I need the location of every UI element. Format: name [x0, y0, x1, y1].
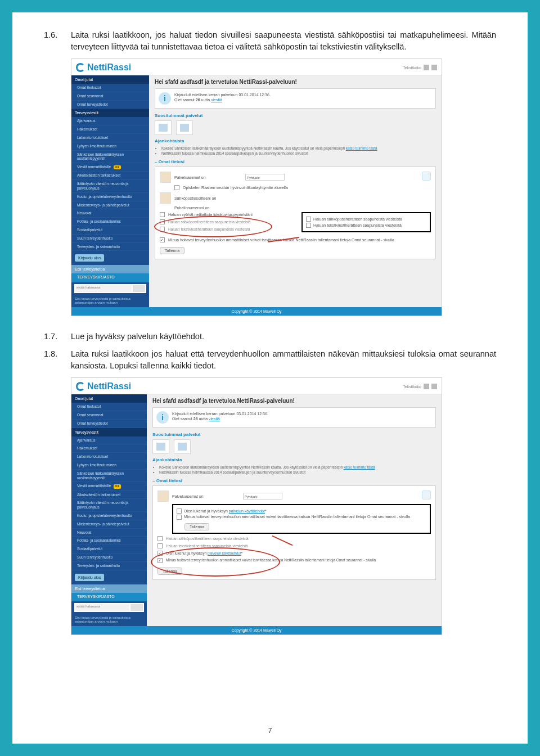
sidebar-item[interactable]: Suun terveydenhuolto [71, 554, 147, 562]
sidebar-item[interactable]: Aikuisväestön tarkastukset [71, 172, 149, 180]
sidebar-item[interactable]: Sähköisen lääkemääräyksen uusitamispyynn… [71, 151, 149, 164]
checkbox-accept-terms[interactable] [177, 508, 182, 514]
checkbox-accept-terms-2[interactable] [158, 551, 163, 556]
checkbox-red-email[interactable] [160, 219, 165, 224]
viestia-link[interactable]: viestiä [211, 98, 222, 102]
sidebar-item[interactable]: Neuvolat [71, 209, 149, 218]
service-icon[interactable] [174, 439, 191, 454]
checkbox-sms-alert[interactable] [306, 223, 311, 228]
label-email: Sähköpostiosoitteeni on [174, 196, 242, 200]
service-icon[interactable] [176, 120, 193, 135]
textsize-large-icon[interactable] [431, 384, 437, 389]
checkbox-consent-pro[interactable] [177, 515, 182, 520]
sidebar-item[interactable]: Potilas- ja sosiaaliasiamies [71, 218, 149, 226]
app-footer: Copyright © 2014 Mawell Oy [71, 307, 442, 316]
sidebar-item[interactable]: Suun terveydenhuolto [71, 235, 149, 243]
sidebar-item[interactable]: Hakemukset [71, 444, 147, 453]
sidebar: Omat jutut Omat tiedostot Omat seurannat… [71, 394, 147, 626]
checkbox-email-alert-2[interactable] [158, 536, 163, 541]
label-sms-alert: Haluan tekstiviestiherätteen saapuneista… [313, 223, 402, 227]
textsize-small-icon[interactable] [424, 384, 429, 389]
sidebar-item[interactable]: Sosiaalipalvelut [71, 226, 149, 235]
news-link[interactable]: katso toiminto tästä [344, 465, 375, 469]
sidebar-item[interactable]: Ajanvaraus [71, 117, 149, 125]
sidebar-item[interactable]: Sosiaalipalvelut [71, 545, 147, 554]
sidebar-item[interactable]: Ajanvaraus [71, 436, 147, 445]
sidebar-item[interactable]: Sähköisen lääkemääräyksen uusitamispyynn… [71, 470, 147, 483]
sidebar-item[interactable]: Potilas- ja sosiaaliasiamies [71, 537, 147, 545]
sidebar-item[interactable]: Lyhyen ilmoittautuminen [71, 142, 149, 151]
textsize-small-icon[interactable] [424, 65, 429, 70]
tallenna-button-2[interactable]: Tallenna [158, 568, 182, 575]
sidebar-item-viestit[interactable]: Viestit ammattilaisille 63 [71, 163, 149, 172]
search-button[interactable]: Hae [133, 285, 145, 292]
label-accept-terms: Olen lukenut ja hyväksyn palvelun käyttö… [184, 509, 267, 513]
sidebar-item[interactable]: Omat seurannat [71, 411, 147, 420]
tallenna-button[interactable]: Tallenna [184, 523, 209, 530]
info-newmsg: Olet saanut 26 uutta viestiä [174, 97, 271, 102]
terms-link[interactable]: palvelun käyttöehdot [229, 509, 265, 513]
sidebar-item[interactable]: Omat tiedostot [71, 403, 147, 411]
palveluasema-select[interactable]: Pyhäjoki [245, 174, 285, 181]
sidebar-item[interactable]: Laboratoriotulokset [71, 134, 149, 142]
para-text: Lue ja hyväksy palvelun käyttöehdot. [71, 332, 204, 341]
sidebar-item[interactable]: Mielenterveys- ja päihdepalvelut [71, 520, 147, 529]
sidebar-item[interactable]: Koulu- ja opiskeluterveydenhuolto [71, 193, 149, 201]
palveluasema-select[interactable]: Pyhäjoki [243, 493, 282, 500]
paragraph-1-7: 1.7. Lue ja hyväksy palvelun käyttöehdot… [44, 331, 496, 343]
sidebar-group-terveysviestit[interactable]: Terveysviestit [71, 109, 149, 117]
sidebar-item[interactable]: Terveyden- ja sairaanhoito [71, 243, 149, 251]
sidebar-item-viestit[interactable]: Viestit ammattilaisille 63 [71, 482, 147, 490]
sidebar-item[interactable]: Ikääntyvän väestön neuvonta ja palveluoh… [71, 180, 149, 193]
logout-button[interactable]: Kirjaudu ulos [75, 254, 104, 262]
sidebar-item[interactable]: Terveyden- ja sairaanhoito [71, 562, 147, 570]
logo-text: NettiRassi [87, 62, 131, 73]
news-link[interactable]: katso toiminto tästä [346, 146, 377, 150]
sidebar-item[interactable]: Hakemukset [71, 125, 149, 134]
refresh-icon[interactable] [422, 490, 431, 500]
label-consent: Minua hoitavat terveydenhuollon ammattil… [168, 238, 431, 242]
news-list: Kokeile Sähköisen lääkemääräyksen uudist… [152, 465, 436, 475]
sidebar-item[interactable]: Omat seurannat [71, 92, 149, 101]
checkbox-email-alert[interactable] [306, 217, 311, 222]
sidebar-item[interactable]: Ikääntyvän väestön neuvonta ja palveluoh… [71, 499, 147, 512]
sidebar-item[interactable]: Lyhyen ilmoittautuminen [71, 461, 147, 470]
terms-link-2[interactable]: palvelun käyttöehdot [208, 551, 241, 555]
sidebar-item[interactable]: Omat terveystiedot [71, 101, 149, 109]
sidebar-ext-head: Etsi terveystietoa [71, 265, 149, 273]
service-icon[interactable] [155, 120, 172, 135]
search-input[interactable]: syötä hakusana [75, 285, 132, 292]
info-icon: i [156, 411, 169, 424]
sidebar-item[interactable]: Neuvolat [71, 529, 147, 537]
sidebar-item[interactable]: Mielenterveys- ja päihdepalvelut [71, 201, 149, 210]
service-icon[interactable] [152, 439, 169, 454]
checkbox-consent-2[interactable] [158, 558, 163, 563]
sidebar-item[interactable]: Koulu- ja opiskeluterveydenhuolto [71, 512, 147, 520]
checkbox-yhteys[interactable] [160, 212, 165, 217]
header-textsize: Tekstikoko [403, 384, 437, 389]
sidebar-footnote: Etsi tietoa terveydestä ja sairauksista … [71, 295, 149, 307]
screenshot-2: NettiRassi Tekstikoko Omat jutut Omat ti… [71, 377, 442, 635]
textsize-large-icon[interactable] [431, 65, 437, 70]
refresh-icon[interactable] [422, 172, 431, 181]
sidebar-group-terveysviestit[interactable]: Terveysviestit [71, 428, 147, 436]
search-input[interactable]: syötä hakusana [75, 604, 129, 611]
sidebar-item[interactable]: Omat tiedostot [71, 84, 149, 92]
logout-button[interactable]: Kirjaudu ulos [75, 574, 104, 581]
search-button[interactable]: Hae [130, 604, 143, 611]
info-icon: i [159, 92, 171, 105]
checkbox-consent[interactable] [160, 237, 165, 242]
sidebar-group-omat-jutut[interactable]: Omat jutut [71, 75, 149, 84]
app-header: NettiRassi Tekstikoko [71, 59, 442, 75]
viestia-link[interactable]: viestiä [209, 417, 220, 421]
section-omat-tietosi: Omat tietosi [159, 159, 184, 164]
sidebar-item[interactable]: Laboratoriotulokset [71, 453, 147, 461]
section-suosituimmat: Suosituimmat palvelut [155, 113, 436, 118]
checkbox-sms-alert-2[interactable] [158, 543, 163, 548]
sidebar-item[interactable]: Aikuisväestön tarkastukset [71, 491, 147, 500]
sidebar-item[interactable]: Omat terveystiedot [71, 420, 147, 428]
tallenna-button[interactable]: Tallenna [160, 247, 184, 254]
checkbox-asuinalue[interactable] [174, 185, 179, 190]
sidebar-group-omat-jutut[interactable]: Omat jutut [71, 394, 147, 403]
checkbox-red-sms[interactable] [160, 227, 165, 232]
